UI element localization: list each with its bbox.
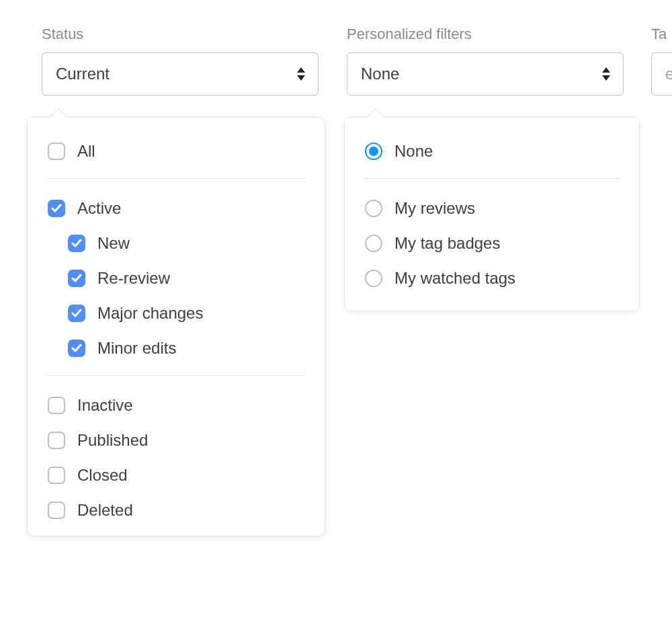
avatar[interactable] [657,487,672,507]
avatar[interactable] [657,258,672,278]
personalized-option-label: My reviews [394,199,619,218]
checkbox-checked-icon [48,200,65,217]
personalized-option-my-tag-badges[interactable]: My tag badges [364,226,620,261]
status-filter-label: Status [42,26,319,43]
checkbox-unchecked-icon [48,397,65,414]
status-option-closed[interactable]: Closed [46,458,306,493]
personalized-option-label: None [394,142,619,161]
checkbox-unchecked-icon [48,467,65,484]
popover-arrow [366,108,385,127]
personalized-option-label: My watched tags [394,269,619,288]
status-option-all[interactable]: All [46,134,306,169]
personalized-option-my-watched-tags[interactable]: My watched tags [364,261,620,296]
status-select-value: Current [56,65,110,83]
row-divider [0,538,672,539]
divider [46,178,306,179]
status-option-major-changes[interactable]: Major changes [46,296,306,331]
personalized-filter-group: Personalized filters None [347,26,624,95]
radio-unselected-icon [365,270,382,287]
tags-filter-label: Ta [651,26,672,43]
personalized-dropdown-popover: None My reviews My tag badges My watched… [344,117,640,311]
status-option-re-review[interactable]: Re-review [46,261,306,296]
personalized-option-label: My tag badges [394,234,619,253]
status-option-label: Inactive [77,396,304,415]
status-option-label: Published [77,431,304,450]
status-dropdown-popover: All Active New Re-review Major chang [27,117,325,536]
radio-selected-icon [365,143,382,160]
status-option-published[interactable]: Published [46,423,306,458]
tags-input-placeholder: e [665,65,672,83]
chevron-sort-icon [600,66,612,82]
radio-unselected-icon [365,200,382,217]
status-option-minor-edits[interactable]: Minor edits [46,331,306,366]
personalized-option-none[interactable]: None [364,134,620,169]
status-option-label: Re-review [97,269,304,288]
avatar[interactable] [657,613,672,633]
filter-bar-screenshot: Status Current Personalized filters None… [0,0,672,636]
status-option-label: Major changes [97,304,304,323]
list-item-meta: as [657,328,672,346]
personalized-filter-label: Personalized filters [347,26,624,43]
list-item-link[interactable]: M m [0,565,18,584]
status-option-new[interactable]: New [46,226,306,261]
checkbox-unchecked-icon [48,432,65,449]
status-select[interactable]: Current [42,52,319,95]
list-item-link[interactable]: not find the element? [327,565,477,584]
status-option-active[interactable]: Active [46,191,306,226]
list-item-meta: as [657,211,672,229]
status-option-label: Closed [77,466,304,485]
list-item-meta: as [657,446,672,464]
status-filter-group: Status Current [42,26,319,95]
tags-filter-group: Ta e [651,26,672,95]
column-header-last: La [657,156,672,173]
divider [46,375,306,376]
avatar[interactable] [657,375,672,395]
personalized-option-my-reviews[interactable]: My reviews [364,191,620,226]
status-option-label: All [77,142,304,161]
personalized-select-value: None [361,65,399,83]
status-option-label: Active [77,199,304,218]
popover-arrow [49,108,68,127]
status-option-label: Deleted [77,501,304,520]
checkbox-unchecked-icon [48,502,65,519]
status-option-label: Minor edits [97,339,304,358]
status-option-deleted[interactable]: Deleted [46,493,306,528]
divider [364,178,620,179]
personalized-select[interactable]: None [347,52,624,95]
status-option-inactive[interactable]: Inactive [46,388,306,423]
tag[interactable]: ces [0,484,21,505]
list-item-link[interactable]: ubl [0,328,8,347]
list-item-meta: ed [657,565,672,582]
checkbox-checked-icon [68,305,85,322]
checkbox-checked-icon [68,270,85,287]
status-option-label: New [97,234,304,253]
tags-input[interactable]: e [651,52,672,95]
checkbox-checked-icon [68,235,85,252]
checkbox-unchecked-icon [48,143,65,160]
radio-unselected-icon [365,235,382,252]
checkbox-checked-icon [68,340,85,357]
list-item-link[interactable]: M? [0,211,9,230]
chevron-sort-icon [295,66,307,82]
list-item-link[interactable]: QL [324,328,345,347]
